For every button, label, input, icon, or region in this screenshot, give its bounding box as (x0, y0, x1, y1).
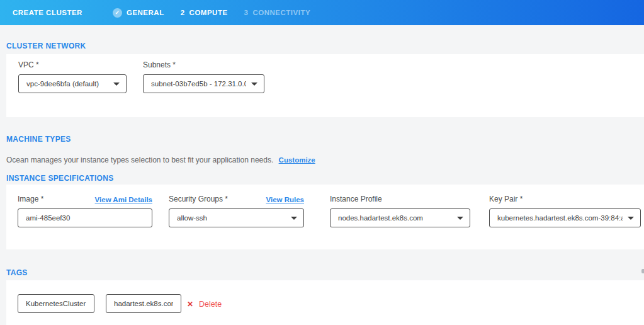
machine-types-heading: MACHINE TYPES (6, 135, 71, 144)
cluster-network-heading: CLUSTER NETWORK (6, 42, 86, 50)
tag-value-input[interactable] (106, 294, 181, 313)
tab-connectivity-number: 3 (244, 9, 249, 16)
tab-general[interactable]: ✓ GENERAL (113, 8, 164, 18)
instance-profile-select-value: nodes.hadartest.ek8s.com (338, 214, 423, 222)
subnets-label: Subnets * (143, 60, 176, 69)
tab-compute[interactable]: 2 COMPUTE (181, 9, 228, 16)
delete-x-icon: ✕ (187, 300, 193, 308)
tab-connectivity[interactable]: 3 CONNECTIVITY (244, 9, 311, 16)
tab-general-label: GENERAL (127, 9, 164, 16)
tag-key-input[interactable] (18, 294, 94, 313)
key-pair-select[interactable]: kubernetes.hadartest.ek8s.com-39:84:a5:9… (489, 208, 641, 227)
cut-off-edge-icon (641, 269, 644, 273)
instance-specifications-heading: INSTANCE SPECIFICATIONS (6, 174, 113, 183)
instance-profile-select[interactable]: nodes.hadartest.ek8s.com (330, 208, 470, 227)
subnets-select-value: subnet-03b7ed5b - 172.31.0.0/20 ... (151, 80, 246, 88)
chevron-down-icon (251, 83, 257, 86)
tags-card: ✕ Delete (6, 280, 644, 325)
view-ami-details-link[interactable]: View Ami Details (95, 196, 152, 203)
delete-tag-label: Delete (199, 300, 222, 309)
wizard-header: CREATE CLUSTER ✓ GENERAL 2 COMPUTE 3 CON… (0, 0, 644, 25)
chevron-down-icon (628, 217, 634, 220)
wizard-steps: ✓ GENERAL 2 COMPUTE 3 CONNECTIVITY (96, 8, 310, 18)
security-groups-select-value: allow-ssh (177, 214, 207, 222)
chevron-down-icon (291, 217, 297, 220)
vpc-select[interactable]: vpc-9dee6bfa (default) (18, 74, 127, 93)
tab-compute-label: COMPUTE (189, 9, 228, 16)
vpc-select-value: vpc-9dee6bfa (default) (26, 80, 99, 88)
tab-connectivity-label: CONNECTIVITY (252, 9, 310, 16)
chevron-down-icon (457, 217, 463, 220)
image-label: Image * (18, 195, 43, 203)
instance-specifications-card: Image * View Ami Details Security Groups… (6, 185, 644, 249)
page-title: CREATE CLUSTER (13, 9, 82, 16)
vpc-label: VPC * (18, 60, 39, 69)
instance-profile-label: Instance Profile (330, 195, 382, 203)
view-rules-link[interactable]: View Rules (266, 196, 304, 203)
tags-heading: TAGS (6, 268, 28, 277)
cluster-network-card: VPC * vpc-9dee6bfa (default) Subnets * s… (6, 54, 644, 117)
subnets-select[interactable]: subnet-03b7ed5b - 172.31.0.0/20 ... (143, 74, 264, 93)
check-icon: ✓ (113, 8, 122, 18)
machine-types-description: Ocean manages your instance types select… (6, 156, 315, 164)
key-pair-select-value: kubernetes.hadartest.ek8s.com-39:84:a5:9… (497, 214, 623, 222)
security-groups-label: Security Groups * (169, 195, 228, 203)
security-groups-select[interactable]: allow-ssh (169, 208, 304, 227)
image-input[interactable] (18, 208, 152, 227)
chevron-down-icon (113, 83, 120, 86)
tab-compute-number: 2 (181, 9, 185, 16)
key-pair-label: Key Pair * (489, 195, 523, 203)
delete-tag-button[interactable]: ✕ Delete (187, 294, 222, 314)
customize-link[interactable]: Customize (279, 156, 315, 164)
machine-types-description-text: Ocean manages your instance types select… (6, 156, 273, 164)
